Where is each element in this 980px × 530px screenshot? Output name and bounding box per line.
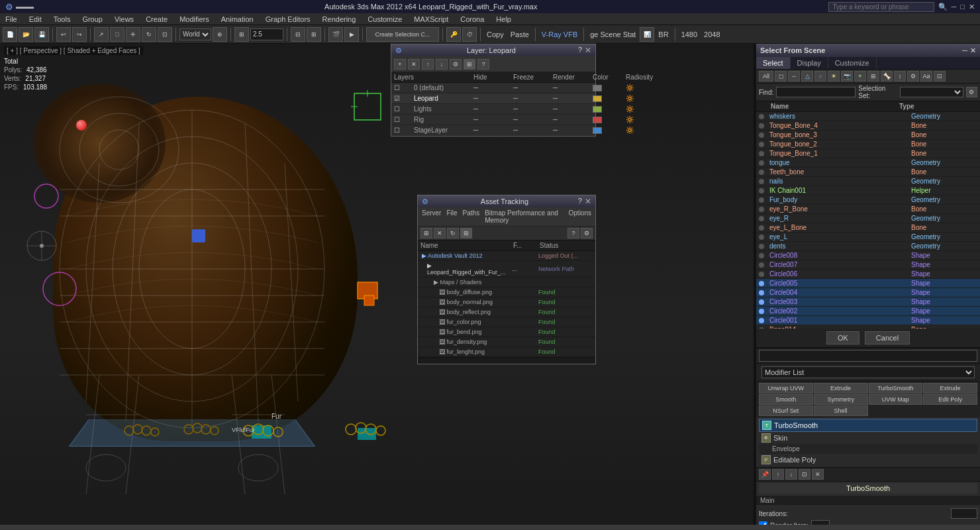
asset-row-leopard[interactable]: ▶ Leopard_Rigged_with_Fur_... ... Networ…: [418, 261, 595, 278]
menu-modifiers[interactable]: Modifiers: [177, 15, 212, 24]
scene-none-btn[interactable]: ◻: [775, 71, 787, 81]
layer-panel-close[interactable]: ✕: [585, 46, 591, 55]
scene-bone-btn[interactable]: 🦴: [881, 71, 893, 81]
new-button[interactable]: 📄: [3, 27, 17, 42]
scene-item-circle005[interactable]: Circle005 Shape: [756, 279, 980, 288]
asset-row-fur-lenght[interactable]: 🖼 fur_lenght.png Found: [418, 347, 595, 357]
menu-rendering[interactable]: Rendering: [320, 15, 359, 24]
snap-toggle[interactable]: ⊞: [234, 27, 249, 42]
asset-settings[interactable]: ⚙: [581, 228, 593, 238]
modifier-list-select[interactable]: Modifier List: [761, 366, 975, 378]
save-button[interactable]: 💾: [34, 27, 49, 42]
asset-btn1[interactable]: ⊞: [420, 228, 432, 238]
layer-settings-btn[interactable]: ⚙: [450, 59, 462, 70]
find-input[interactable]: [776, 87, 856, 97]
scene-item-fur-body[interactable]: Fur_body Geometry: [756, 195, 980, 205]
stack-make-unique-btn[interactable]: ⊡: [799, 469, 810, 480]
layer-row-0[interactable]: ☐ 0 (default) ─ ─ ─ 🔆: [391, 83, 595, 93]
asset-row-body-normal[interactable]: 🖼 body_normal.png Found: [418, 297, 595, 307]
layer-row-stagelayer[interactable]: ☐ StageLayer ─ ─ ─ 🔆: [391, 125, 595, 136]
layer-panel-titlebar[interactable]: ⚙ Layer: Leopard ? ✕: [391, 44, 595, 56]
scene-expand-btn[interactable]: ⊡: [934, 71, 946, 81]
menu-file[interactable]: File: [3, 15, 20, 24]
scene-item-circle003[interactable]: Circle003 Shape: [756, 297, 980, 307]
menu-create[interactable]: Create: [143, 15, 170, 24]
stack-pin-btn[interactable]: 📌: [759, 469, 771, 480]
vray-vfb-label[interactable]: V-Ray VFB: [539, 30, 580, 38]
ok-button[interactable]: OK: [826, 331, 859, 344]
scene-item-circle007[interactable]: Circle007 Shape: [756, 260, 980, 270]
scene-item-circle008[interactable]: Circle008 Shape: [756, 251, 980, 260]
stack-envelope[interactable]: Envelope: [759, 444, 977, 454]
menu-edit[interactable]: Edit: [26, 15, 44, 24]
scene-item-eye-r-bone[interactable]: eye_R_Bone Bone: [756, 205, 980, 214]
align-button[interactable]: ⊞: [307, 27, 321, 42]
asset-row-vault[interactable]: ▶ Autodesk Vault 2012 Logged Out (...: [418, 251, 595, 261]
asset-btn4[interactable]: ⊞: [460, 228, 472, 238]
cancel-button[interactable]: Cancel: [865, 331, 910, 344]
key-mode[interactable]: 🔑: [446, 27, 461, 42]
ge-scene-label[interactable]: ge Scene Stat: [587, 30, 638, 38]
asset-panel-titlebar[interactable]: ⚙ Asset Tracking ? ✕: [418, 195, 595, 207]
stack-remove-btn[interactable]: ✕: [812, 469, 824, 480]
scene-geo-btn[interactable]: △: [801, 71, 813, 81]
menu-maxscript[interactable]: MAXScript: [411, 15, 451, 24]
mod-btn-turbosmooth[interactable]: TurboSmooth: [869, 383, 923, 394]
layer-help-btn[interactable]: ?: [477, 59, 489, 70]
menu-animation[interactable]: Animation: [219, 15, 256, 24]
scene-find-btn[interactable]: ⚙: [966, 87, 977, 97]
layer-move-up-btn[interactable]: ↑: [422, 59, 434, 70]
layer-row-leopard[interactable]: ☑ Leopard ─ ─ ─ 🔆: [391, 93, 595, 104]
scene-invert-btn[interactable]: ↔: [788, 71, 800, 81]
undo-button[interactable]: ↩: [56, 27, 71, 42]
menu-file-asset[interactable]: File: [446, 209, 457, 224]
stack-move-up-btn[interactable]: ↑: [772, 469, 784, 480]
scene-space-btn[interactable]: ⊞: [867, 71, 879, 81]
maximize-button[interactable]: □: [960, 3, 965, 11]
scene-item-circle006[interactable]: Circle006 Shape: [756, 270, 980, 279]
scene-item-tongue-bone-1[interactable]: Tongue_Bone_1 Bone: [756, 149, 980, 158]
layer-panel-help[interactable]: ?: [578, 46, 582, 55]
scene-item-ik-chain[interactable]: IK Chain001 Helper: [756, 186, 980, 195]
menu-tools[interactable]: Tools: [51, 15, 74, 24]
object-name-input[interactable]: body: [759, 350, 977, 362]
menu-bitmap-perf[interactable]: Bitmap Performance and Memory: [485, 209, 563, 224]
viewport-3d[interactable]: [ + ] [ Perspective ] [ Shaded + Edged F…: [0, 44, 755, 525]
layer-new-btn[interactable]: +: [394, 59, 406, 70]
ts-render-iters-check[interactable]: [759, 521, 767, 525]
asset-panel-close[interactable]: ✕: [585, 197, 591, 206]
mod-btn-extrude2[interactable]: Extrude: [923, 383, 977, 394]
open-button[interactable]: 📂: [19, 27, 33, 42]
render-button[interactable]: ▶: [344, 27, 359, 42]
scene-item-tongue-bone-4[interactable]: Tongue_Bone_4 Bone: [756, 121, 980, 131]
mod-btn-unwrap[interactable]: Unwrap UVW: [759, 383, 813, 394]
scene-item-nails[interactable]: nails Geometry: [756, 177, 980, 186]
layer-delete-btn[interactable]: ✕: [408, 59, 420, 70]
scene-all-btn[interactable]: All: [759, 71, 773, 81]
select-region[interactable]: □: [110, 27, 124, 42]
menu-options-asset[interactable]: Options: [569, 209, 591, 224]
scene-item-circle002[interactable]: Circle002 Shape: [756, 307, 980, 316]
scene-item-tongue-bone-2[interactable]: Tongue_bone_2 Bone: [756, 140, 980, 149]
scene-item-circle004[interactable]: Circle004 Shape: [756, 288, 980, 297]
asset-row-body-diffuse[interactable]: 🖼 body_diffuse.png Found: [418, 288, 595, 297]
scene-item-teeth-bone[interactable]: Teeth_bone Bone: [756, 168, 980, 177]
ts-render-iters-input[interactable]: 2: [811, 520, 830, 525]
asset-btn3[interactable]: ↻: [447, 228, 459, 238]
close-button[interactable]: ✕: [969, 3, 975, 11]
tab-display[interactable]: Display: [791, 57, 828, 69]
tab-customize[interactable]: Customize: [828, 57, 877, 69]
scene-item-whiskers[interactable]: whiskers Geometry: [756, 112, 980, 121]
scene-panel-min[interactable]: ─: [962, 46, 967, 55]
scene-helper-btn[interactable]: +: [854, 71, 866, 81]
asset-row-body-reflect[interactable]: 🖼 body_reflect.png Found: [418, 307, 595, 317]
scene-item-eye-l-bone[interactable]: eye_L_Bone Bone: [756, 223, 980, 233]
layer-row-rig[interactable]: ☐ Rig ─ ─ ─ 🔆: [391, 115, 595, 125]
scene-cam-btn[interactable]: 📷: [841, 71, 853, 81]
scene-list[interactable]: whiskers Geometry Tongue_Bone_4 Bone Ton…: [756, 112, 980, 329]
title-search-input[interactable]: [828, 2, 934, 12]
mod-btn-editpoly[interactable]: Edit Poly: [923, 394, 977, 405]
asset-help[interactable]: ?: [567, 228, 579, 238]
search-icon[interactable]: 🔍: [938, 3, 948, 11]
rotate-button[interactable]: ↻: [142, 27, 156, 42]
